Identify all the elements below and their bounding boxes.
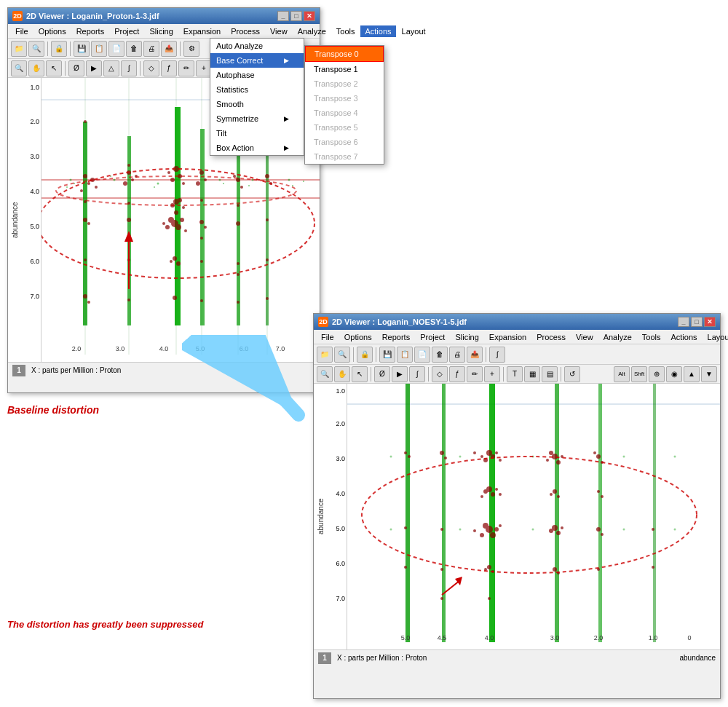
b-layout-icon[interactable]: ▤ <box>542 366 558 382</box>
menu-view[interactable]: View <box>266 25 292 37</box>
b-delete-icon[interactable]: 🗑 <box>432 347 448 363</box>
menu-analyze[interactable]: Analyze <box>293 25 331 37</box>
b-copy-icon[interactable]: 📋 <box>397 347 413 363</box>
b-pen-icon[interactable]: ✏ <box>467 366 483 382</box>
b-menu-layout[interactable]: Layout <box>703 331 728 343</box>
annotation-arrow-svg <box>182 335 342 430</box>
settings-icon[interactable]: ⚙ <box>183 41 199 57</box>
b-menu-reports[interactable]: Reports <box>378 331 415 343</box>
b-nav-icon[interactable]: ◉ <box>666 366 682 382</box>
cursor-icon[interactable]: ▶ <box>86 60 102 76</box>
select-icon[interactable]: ↖ <box>46 60 62 76</box>
b-menu-actions[interactable]: Actions <box>666 331 701 343</box>
action-tilt[interactable]: Tilt <box>210 126 304 141</box>
svg-point-169 <box>652 528 654 531</box>
b-menu-slicing[interactable]: Slicing <box>451 331 483 343</box>
b-down-icon[interactable]: ▼ <box>701 366 717 382</box>
svg-point-145 <box>483 489 488 494</box>
menu-options[interactable]: Options <box>34 25 71 37</box>
b-menu-analyze[interactable]: Analyze <box>599 331 636 343</box>
pan-icon[interactable]: ✋ <box>28 60 44 76</box>
menu-file[interactable]: File <box>11 25 33 37</box>
paste-icon[interactable]: 📄 <box>108 41 124 57</box>
svg-point-189 <box>623 529 625 531</box>
b-alt-icon[interactable]: Alt <box>614 366 630 382</box>
action-auto-analyze[interactable]: Auto Analyze <box>210 39 304 53</box>
open-folder-icon[interactable]: 📁 <box>11 41 27 57</box>
lock-icon[interactable]: 🔒 <box>51 41 67 57</box>
peak-pick-icon[interactable]: △ <box>103 60 119 76</box>
b-shift-icon[interactable]: Shft <box>631 366 647 382</box>
menu-tools[interactable]: Tools <box>332 25 360 37</box>
copy-icon[interactable]: 📋 <box>91 41 107 57</box>
action-smooth[interactable]: Smooth <box>210 97 304 111</box>
action-statistics[interactable]: Statistics <box>210 82 304 97</box>
b-menu-options[interactable]: Options <box>340 331 376 343</box>
maximize-button[interactable]: □ <box>290 11 302 21</box>
action-box-action[interactable]: Box Action ▶ <box>210 141 304 155</box>
b-menu-expansion[interactable]: Expansion <box>485 331 531 343</box>
export-icon[interactable]: 📤 <box>161 41 177 57</box>
transpose-1[interactable]: Transpose 1 <box>305 62 384 76</box>
b-integral-icon[interactable]: ∫ <box>489 347 505 363</box>
b-text-icon[interactable]: T <box>507 366 523 382</box>
menu-slicing[interactable]: Slicing <box>145 25 177 37</box>
bottom-maximize-button[interactable]: □ <box>691 317 703 327</box>
action-base-correct[interactable]: Base Correct ▶ <box>210 53 304 68</box>
print-icon[interactable]: 🖨 <box>143 41 159 57</box>
b-diamond-icon[interactable]: ◇ <box>432 366 448 382</box>
menu-process[interactable]: Process <box>226 25 264 37</box>
phase-icon[interactable]: Ø <box>68 60 84 76</box>
b-grid-icon[interactable]: ▦ <box>524 366 540 382</box>
toolbar-sep3 <box>180 42 181 56</box>
svg-point-91 <box>288 179 290 181</box>
pen-icon[interactable]: ✏ <box>178 60 194 76</box>
svg-point-135 <box>546 459 549 462</box>
menu-project[interactable]: Project <box>110 25 143 37</box>
close-button[interactable]: ✕ <box>304 11 315 21</box>
svg-point-90 <box>248 185 250 186</box>
wave-icon[interactable]: ƒ <box>161 60 177 76</box>
b-cursor-icon[interactable]: ▶ <box>392 366 408 382</box>
integral-icon[interactable]: ∫ <box>121 60 137 76</box>
action-autophase[interactable]: Autophase <box>210 68 304 82</box>
b-menu-tools[interactable]: Tools <box>638 331 665 343</box>
b-print-icon[interactable]: 🖨 <box>449 347 465 363</box>
toolbar2-sep1 <box>65 61 66 76</box>
bottom-minimize-button[interactable]: _ <box>678 317 689 327</box>
svg-point-16 <box>83 174 87 178</box>
b-menu-view[interactable]: View <box>571 331 598 343</box>
minimize-button[interactable]: _ <box>277 11 289 21</box>
b-zoom2-icon[interactable]: ⊕ <box>649 366 665 382</box>
browse-icon[interactable]: 🔍 <box>28 41 44 57</box>
b-paste-icon[interactable]: 📄 <box>414 347 430 363</box>
b-menu-process[interactable]: Process <box>532 331 570 343</box>
menu-expansion[interactable]: Expansion <box>179 25 225 37</box>
b-select-icon[interactable]: ↖ <box>352 366 368 382</box>
b-rotate-icon[interactable]: ↺ <box>564 366 580 382</box>
bottom-close-button[interactable]: ✕ <box>704 317 716 327</box>
delete-icon[interactable]: 🗑 <box>126 41 142 57</box>
b-lock-icon[interactable]: 🔒 <box>357 347 373 363</box>
diamond-icon[interactable]: ◇ <box>143 60 159 76</box>
b-export-icon[interactable]: 📤 <box>467 347 483 363</box>
svg-point-73 <box>83 294 87 299</box>
b-save-icon[interactable]: 💾 <box>379 347 395 363</box>
svg-point-151 <box>550 493 553 496</box>
svg-point-44 <box>200 199 203 202</box>
menu-actions[interactable]: Actions <box>360 25 395 37</box>
action-symmetrize[interactable]: Symmetrize ▶ <box>210 111 304 126</box>
zoom-icon[interactable]: 🔍 <box>11 60 27 76</box>
b-plus-icon[interactable]: + <box>484 366 500 382</box>
b-up-icon[interactable]: ▲ <box>684 366 700 382</box>
top-window-title: 2D Viewer : Loganin_Proton-1-3.jdf <box>26 12 277 20</box>
save-icon[interactable]: 💾 <box>74 41 90 57</box>
b-integral-2-icon[interactable]: ∫ <box>409 366 425 382</box>
menu-reports[interactable]: Reports <box>72 25 109 37</box>
b-wave-icon[interactable]: ƒ <box>449 366 465 382</box>
svg-point-160 <box>473 529 476 532</box>
transpose-0[interactable]: Transpose 0 <box>305 46 384 62</box>
b-menu-project[interactable]: Project <box>416 331 449 343</box>
b-phase-icon[interactable]: Ø <box>374 366 390 382</box>
menu-layout[interactable]: Layout <box>397 25 430 37</box>
